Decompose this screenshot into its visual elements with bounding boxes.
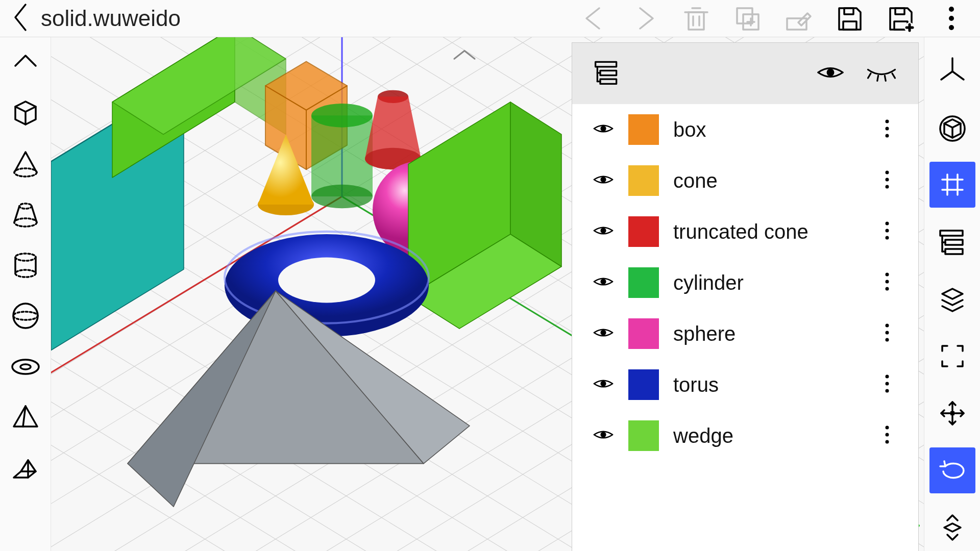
svg-point-118 bbox=[886, 280, 889, 284]
visibility-toggle-icon[interactable] bbox=[593, 169, 614, 192]
file-name: solid.wuweido bbox=[41, 6, 181, 31]
svg-point-123 bbox=[886, 338, 889, 342]
outline-item-label: wedge bbox=[673, 424, 862, 447]
rotate-tool-button[interactable] bbox=[929, 447, 975, 493]
shape-cone-button[interactable] bbox=[5, 142, 46, 183]
svg-point-105 bbox=[886, 120, 889, 123]
visibility-toggle-icon[interactable] bbox=[593, 220, 614, 243]
svg-line-134 bbox=[952, 71, 964, 80]
svg-point-89 bbox=[278, 258, 375, 303]
svg-point-130 bbox=[886, 433, 889, 437]
move-tool-button[interactable] bbox=[929, 390, 975, 436]
svg-rect-83 bbox=[311, 115, 373, 196]
shape-wedge-button[interactable] bbox=[5, 448, 46, 489]
outline-item[interactable]: box bbox=[572, 104, 918, 155]
shape-pyramid-button[interactable] bbox=[5, 397, 46, 438]
hide-all-icon[interactable] bbox=[865, 62, 898, 85]
viewport-3d[interactable]: boxconetruncated conecylinderspheretorus… bbox=[51, 37, 924, 551]
top-toolbar: solid.wuweido bbox=[0, 0, 980, 37]
item-menu-button[interactable] bbox=[876, 322, 898, 345]
redo-button[interactable] bbox=[627, 0, 664, 37]
item-menu-button[interactable] bbox=[876, 373, 898, 396]
outline-item[interactable]: torus bbox=[572, 359, 918, 410]
item-menu-button[interactable] bbox=[876, 220, 898, 243]
svg-point-23 bbox=[14, 218, 37, 227]
svg-point-114 bbox=[886, 229, 889, 233]
outline-list: boxconetruncated conecylinderspheretorus… bbox=[572, 104, 918, 551]
undo-button[interactable] bbox=[576, 0, 612, 37]
save-button[interactable] bbox=[831, 0, 868, 37]
visibility-toggle-icon[interactable] bbox=[593, 118, 614, 141]
shape-cylinder-button[interactable] bbox=[5, 244, 46, 285]
shape-truncated-cone-button[interactable] bbox=[5, 193, 46, 234]
svg-point-30 bbox=[13, 304, 38, 328]
edit-button[interactable] bbox=[780, 0, 817, 37]
duplicate-button[interactable] bbox=[729, 0, 766, 37]
save-as-button[interactable] bbox=[882, 0, 919, 37]
item-menu-button[interactable] bbox=[876, 118, 898, 141]
svg-point-17 bbox=[949, 7, 954, 12]
svg-point-113 bbox=[886, 222, 889, 226]
outline-item[interactable]: truncated cone bbox=[572, 206, 918, 257]
color-swatch bbox=[628, 165, 659, 196]
svg-point-22 bbox=[19, 204, 32, 209]
svg-point-109 bbox=[886, 171, 889, 174]
svg-point-125 bbox=[886, 375, 889, 379]
fullscreen-button[interactable] bbox=[929, 333, 975, 379]
item-menu-button[interactable] bbox=[876, 169, 898, 192]
svg-point-128 bbox=[600, 432, 606, 437]
svg-point-27 bbox=[15, 270, 36, 277]
layers-button[interactable] bbox=[929, 276, 975, 322]
svg-point-126 bbox=[886, 382, 889, 386]
back-button[interactable] bbox=[10, 2, 31, 35]
svg-point-107 bbox=[886, 134, 889, 138]
show-all-icon[interactable] bbox=[816, 62, 845, 85]
color-swatch bbox=[628, 369, 659, 400]
scale-tool-button[interactable] bbox=[929, 505, 975, 550]
outline-item-label: cone bbox=[673, 169, 862, 192]
outline-item[interactable]: cone bbox=[572, 155, 918, 206]
outline-tree-icon[interactable] bbox=[593, 58, 621, 89]
outline-item[interactable]: cylinder bbox=[572, 257, 918, 308]
svg-line-100 bbox=[868, 73, 870, 78]
item-menu-button[interactable] bbox=[876, 424, 898, 447]
svg-rect-0 bbox=[689, 12, 704, 30]
visibility-toggle-icon[interactable] bbox=[593, 373, 614, 396]
svg-point-122 bbox=[886, 331, 889, 335]
collapse-up-button[interactable] bbox=[5, 40, 46, 81]
svg-point-106 bbox=[886, 127, 889, 131]
scene-pyramid bbox=[128, 291, 470, 507]
svg-point-116 bbox=[600, 279, 606, 284]
grid-button[interactable] bbox=[929, 162, 975, 208]
overflow-menu-button[interactable] bbox=[933, 0, 970, 37]
svg-point-112 bbox=[600, 228, 606, 233]
shape-sphere-button[interactable] bbox=[5, 295, 46, 336]
svg-point-31 bbox=[13, 312, 38, 320]
svg-line-101 bbox=[877, 76, 878, 81]
shape-box-button[interactable] bbox=[5, 91, 46, 132]
svg-rect-93 bbox=[596, 62, 617, 66]
svg-point-131 bbox=[886, 440, 889, 444]
svg-line-102 bbox=[885, 76, 886, 81]
view-cube-button[interactable] bbox=[929, 105, 975, 151]
visibility-toggle-icon[interactable] bbox=[593, 322, 614, 345]
outline-toggle-button[interactable] bbox=[929, 219, 975, 265]
svg-rect-95 bbox=[600, 79, 617, 84]
visibility-toggle-icon[interactable] bbox=[593, 271, 614, 294]
delete-button[interactable] bbox=[678, 0, 715, 37]
axes-button[interactable] bbox=[929, 47, 975, 93]
svg-point-19 bbox=[949, 25, 954, 30]
svg-point-84 bbox=[311, 185, 373, 209]
svg-point-99 bbox=[827, 69, 835, 77]
scene-cylinder bbox=[311, 104, 373, 208]
scene-wedge-green-back bbox=[112, 37, 286, 178]
outline-item[interactable]: wedge bbox=[572, 410, 918, 461]
shape-torus-button[interactable] bbox=[5, 346, 46, 387]
svg-rect-94 bbox=[600, 70, 617, 75]
svg-point-121 bbox=[886, 324, 889, 328]
visibility-toggle-icon[interactable] bbox=[593, 424, 614, 447]
outline-item[interactable]: sphere bbox=[572, 308, 918, 359]
view-toolbar bbox=[924, 37, 980, 551]
item-menu-button[interactable] bbox=[876, 271, 898, 294]
outline-item-label: cylinder bbox=[673, 271, 862, 294]
